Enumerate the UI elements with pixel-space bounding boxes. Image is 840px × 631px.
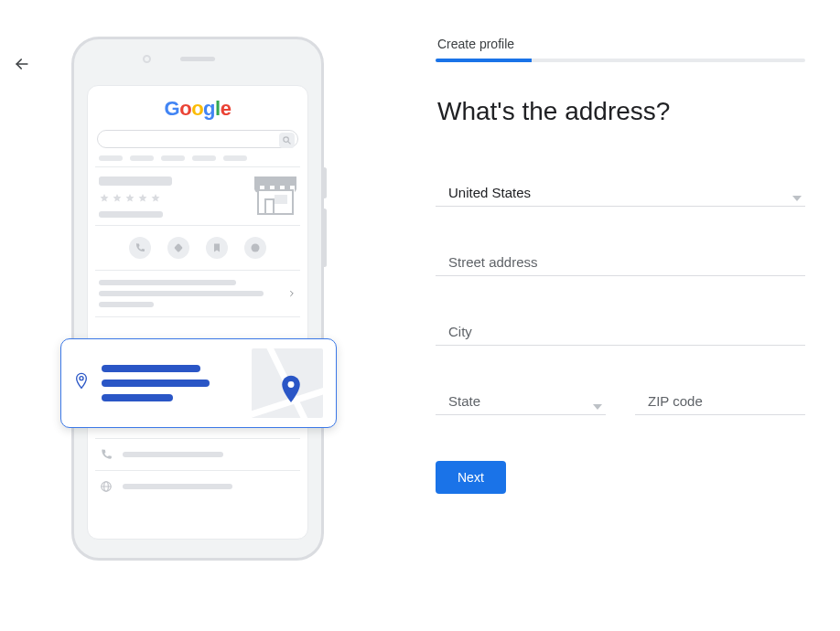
page-headline: What's the address? xyxy=(437,95,805,128)
map-card-highlight xyxy=(60,338,337,428)
pin-icon xyxy=(74,372,89,394)
phone-icon xyxy=(99,448,113,461)
arrow-back-icon xyxy=(13,55,31,73)
phone-screen: Google xyxy=(87,85,308,540)
progress-fill xyxy=(436,59,532,62)
zip-input[interactable] xyxy=(635,388,805,415)
wizard-step-label: Create profile xyxy=(437,37,805,51)
city-input[interactable] xyxy=(436,318,805,346)
info-row xyxy=(88,271,307,316)
globe-icon xyxy=(244,237,266,259)
search-icon xyxy=(279,133,295,148)
chevron-down-icon xyxy=(593,397,602,413)
svg-point-3 xyxy=(252,244,260,252)
phone-volume-button xyxy=(322,209,327,267)
phone-row xyxy=(88,439,307,470)
bookmark-icon xyxy=(206,237,228,259)
website-row xyxy=(88,471,307,502)
map-thumbnail xyxy=(252,348,323,418)
svg-point-8 xyxy=(80,377,83,380)
svg-rect-2 xyxy=(174,243,183,252)
chevron-right-icon xyxy=(287,285,296,302)
phone-illustration: Google xyxy=(71,37,341,567)
state-select[interactable]: State xyxy=(436,388,606,415)
phone-frame: Google xyxy=(71,37,324,561)
directions-icon xyxy=(167,237,189,259)
svg-point-9 xyxy=(288,381,295,388)
phone-icon xyxy=(129,237,151,259)
street-address-input[interactable] xyxy=(436,249,805,276)
stars-icon xyxy=(99,193,254,204)
globe-icon xyxy=(99,480,113,493)
search-bar-placeholder xyxy=(97,130,298,148)
next-button[interactable]: Next xyxy=(436,461,506,494)
address-form: Create profile What's the address? Unite… xyxy=(436,37,805,494)
google-logo: Google xyxy=(88,97,307,121)
state-placeholder: State xyxy=(436,388,606,415)
search-tabs xyxy=(88,155,307,161)
result-card xyxy=(88,167,307,225)
address-lines xyxy=(102,365,210,401)
phone-camera xyxy=(143,55,151,63)
map-pin-icon xyxy=(279,374,303,409)
phone-speaker xyxy=(180,57,215,61)
action-icons xyxy=(88,226,307,270)
storefront-icon xyxy=(254,176,296,215)
chevron-down-icon xyxy=(792,188,802,205)
back-button[interactable] xyxy=(11,53,33,75)
svg-line-1 xyxy=(288,141,290,143)
country-value: United States xyxy=(436,179,805,207)
progress-bar xyxy=(436,59,805,62)
phone-side-button xyxy=(322,167,327,198)
country-select[interactable]: United States xyxy=(436,179,805,207)
